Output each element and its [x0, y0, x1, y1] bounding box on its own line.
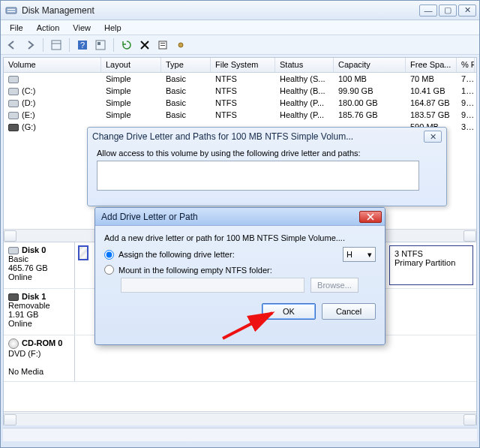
delete-icon[interactable] — [138, 38, 152, 52]
disk-title: Disk 1 — [22, 292, 46, 301]
menubar: File Action View Help — [1, 20, 479, 35]
window-title: Disk Management — [22, 5, 419, 16]
browse-button[interactable]: Browse... — [310, 278, 358, 293]
svg-rect-8 — [98, 42, 100, 45]
maximize-button[interactable]: ▢ — [439, 5, 457, 17]
cancel-button[interactable]: Cancel — [322, 303, 376, 320]
volume-list-header: Volume Layout Type File System Status Ca… — [4, 58, 476, 73]
ok-button[interactable]: OK — [262, 303, 316, 320]
dialog-title: Add Drive Letter or Path — [101, 212, 359, 222]
drive-letter-select[interactable]: H ▾ — [343, 247, 376, 262]
partition[interactable]: 3 NTFS Primary Partition — [389, 245, 473, 285]
disk-title: Disk 0 — [22, 245, 46, 254]
add-drive-letter-dialog: Add Drive Letter or Path Add a new drive… — [94, 207, 386, 345]
assign-letter-radio[interactable] — [104, 250, 114, 260]
svg-rect-3 — [52, 41, 61, 50]
dialog-title: Change Drive Letter and Paths for 100 MB… — [92, 131, 424, 142]
scroll-left-icon[interactable] — [4, 414, 16, 425]
col-type[interactable]: Type — [161, 58, 211, 72]
col-status[interactable]: Status — [275, 58, 334, 72]
dialog-instruction: Add a new drive letter or path for 100 M… — [104, 233, 376, 242]
assign-letter-label: Assign the following drive letter: — [118, 250, 338, 259]
svg-text:?: ? — [80, 41, 85, 50]
table-row[interactable]: (D:) SimpleBasicNTFSHealthy (P...180.00 … — [4, 97, 476, 109]
volume-list: SimpleBasicNTFSHealthy (S...100 MB70 MB7… — [4, 73, 476, 133]
svg-point-12 — [178, 43, 183, 47]
settings-icon[interactable] — [174, 38, 188, 52]
refresh-icon[interactable] — [120, 38, 134, 52]
table-row[interactable]: (C:) SimpleBasicNTFSHealthy (B...99.90 G… — [4, 85, 476, 97]
help-icon[interactable]: ? — [76, 38, 89, 52]
volume-icon — [8, 76, 19, 83]
minimize-button[interactable]: — — [419, 5, 437, 17]
volume-icon — [8, 124, 19, 131]
col-layout[interactable]: Layout — [101, 58, 161, 72]
back-button[interactable] — [5, 38, 19, 52]
change-drive-letter-dialog: Change Drive Letter and Paths for 100 MB… — [87, 127, 447, 206]
disk-icon — [8, 293, 19, 301]
svg-rect-11 — [160, 45, 165, 46]
dialog-instruction: Allow access to this volume by using the… — [97, 149, 437, 158]
chevron-down-icon: ▾ — [368, 250, 372, 260]
options-icon[interactable] — [94, 38, 107, 52]
col-pct[interactable]: % F — [457, 58, 475, 72]
svg-rect-10 — [160, 43, 165, 44]
close-button[interactable]: ✕ — [458, 5, 476, 17]
statusbar — [3, 428, 477, 441]
app-icon — [5, 5, 17, 17]
disk-management-window: Disk Management — ▢ ✕ File Action View H… — [0, 0, 480, 448]
dialog-close-button[interactable] — [359, 211, 382, 223]
toolbar: ? — [1, 35, 479, 55]
table-row[interactable]: SimpleBasicNTFSHealthy (S...100 MB70 MB7… — [4, 73, 476, 85]
menu-action[interactable]: Action — [31, 22, 66, 34]
col-filesystem[interactable]: File System — [211, 58, 275, 72]
scroll-right-icon[interactable] — [464, 414, 476, 425]
dialog-close-button[interactable]: ✕ — [424, 131, 442, 143]
volume-icon — [8, 112, 19, 119]
table-row[interactable]: (E:) SimpleBasicNTFSHealthy (P...185.76 … — [4, 109, 476, 121]
volume-icon — [8, 88, 19, 95]
mount-folder-radio[interactable] — [104, 265, 114, 275]
col-capacity[interactable]: Capacity — [334, 58, 406, 72]
menu-file[interactable]: File — [4, 22, 29, 34]
volume-icon — [8, 100, 19, 107]
svg-rect-1 — [8, 9, 15, 10]
cd-icon — [8, 338, 19, 349]
forward-button[interactable] — [23, 38, 37, 52]
titlebar: Disk Management — ▢ ✕ — [1, 1, 479, 20]
partition-selected[interactable] — [78, 245, 88, 260]
horizontal-scrollbar-bottom[interactable] — [4, 413, 476, 425]
menu-view[interactable]: View — [67, 22, 97, 34]
svg-rect-0 — [6, 8, 16, 14]
col-free[interactable]: Free Spa... — [406, 58, 457, 72]
disk-title: CD-ROM 0 — [22, 338, 62, 347]
scroll-right-icon[interactable] — [464, 230, 476, 242]
mount-folder-label: Mount in the following empty NTFS folder… — [118, 266, 272, 275]
col-volume[interactable]: Volume — [4, 58, 101, 72]
mount-path-input[interactable] — [121, 278, 304, 293]
properties-icon[interactable] — [156, 38, 170, 52]
menu-help[interactable]: Help — [98, 22, 128, 34]
disk-icon — [8, 247, 19, 254]
show-hide-icon[interactable] — [50, 38, 63, 52]
svg-rect-2 — [8, 11, 15, 12]
paths-listbox[interactable] — [97, 161, 419, 191]
scroll-left-icon[interactable] — [4, 230, 16, 242]
